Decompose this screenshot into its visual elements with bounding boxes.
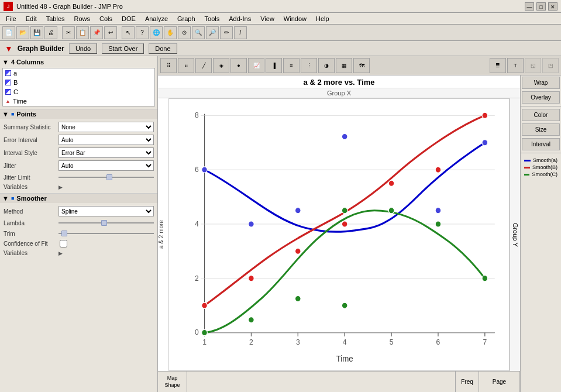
graph-title: a & 2 more vs. Time [158,75,520,88]
svg-point-37 [295,248,301,254]
color-button[interactable]: Color [522,109,560,121]
legend-label-b: Smooth(B) [532,164,557,170]
minimize-button[interactable]: — [525,2,534,11]
gb-expand-icon[interactable]: ▼ [5,44,13,53]
menu-window[interactable]: Window [279,14,311,23]
freq-cell[interactable]: Freq [456,372,479,392]
chart-opt4[interactable]: ◳ [542,58,559,73]
svg-text:7: 7 [483,338,487,346]
points-variables-arrow[interactable]: ▶ [58,184,63,190]
interval-style-select[interactable]: Error Bar [58,147,154,158]
menu-tools[interactable]: Tools [200,14,225,23]
tb-copy[interactable]: 📋 [76,26,89,39]
chart-type-toolbar: ⠿ ⠶ ╱ ◈ ● 📈 ▐ ≡ ⋮ ◑ ▦ 🗺 ≣ T ◱ ◳ [158,56,561,75]
group-x-area: Group X [158,88,520,98]
start-over-button[interactable]: Start Over [102,43,144,54]
tb-zoomin[interactable]: 🔎 [206,26,219,39]
jitter-limit-slider[interactable] [58,173,154,181]
points-header[interactable]: ▼ ■ Points [0,109,157,119]
tb-paste[interactable]: 📌 [90,26,103,39]
confidence-row: Confidence of Fit [2,239,155,249]
smoother-header[interactable]: ▼ ■ Smoother [0,194,157,203]
undo-button[interactable]: Undo [69,43,97,54]
col-item-b[interactable]: B [3,78,154,87]
col-item-c[interactable]: C [3,87,154,97]
columns-header[interactable]: ▼ 4 Columns [2,57,155,67]
done-button[interactable]: Done [149,43,177,54]
tb-lasso[interactable]: ⊙ [178,26,191,39]
lambda-slider[interactable] [58,219,154,227]
tb-help[interactable]: ? [136,26,149,39]
tb-pen[interactable]: ✏ [220,26,233,39]
maximize-button[interactable]: □ [536,2,546,11]
svg-point-42 [202,329,208,335]
menu-rows[interactable]: Rows [70,14,95,23]
map-shape-cell[interactable]: Map Shape [158,372,187,392]
menu-addins[interactable]: Add-Ins [224,14,256,23]
svg-text:2: 2 [249,338,253,346]
menu-edit[interactable]: Edit [21,14,42,23]
tb-save[interactable]: 💾 [30,26,43,39]
menu-analyze[interactable]: Analyze [140,14,173,23]
tb-arrow[interactable]: ↖ [122,26,135,39]
jitter-thumb[interactable] [106,174,112,180]
error-interval-select[interactable]: Auto [58,135,154,145]
freq-label: Freq [461,379,473,385]
wrap-button[interactable]: Wrap [522,77,560,89]
tb-zoom[interactable]: 🔍 [192,26,205,39]
chart-type-scatter[interactable]: ⠿ [160,58,177,73]
menu-file[interactable]: File [1,14,21,23]
legend-label-a: Smooth(a) [533,157,557,163]
tb-globe[interactable]: 🌐 [150,26,163,39]
interval-button[interactable]: Interval [522,138,560,150]
tb-hand[interactable]: ✋ [164,26,177,39]
chart-type-linechart[interactable]: 📈 [248,58,264,73]
chart-type-surface[interactable]: ◈ [213,58,229,73]
lambda-thumb[interactable] [101,220,107,226]
chart-type-line[interactable]: ╱ [195,58,212,73]
page-cell[interactable]: Page [479,372,520,392]
columns-list: a B C ▲ Time [2,68,155,106]
trim-thumb[interactable] [61,231,67,236]
chart-type-bar[interactable]: ▐ [266,58,282,73]
menu-view[interactable]: View [256,14,279,23]
smoother-variables-arrow[interactable]: ▶ [58,250,63,256]
menu-graph[interactable]: Graph [173,14,200,23]
jitter-select[interactable]: Auto [58,160,154,171]
trim-slider[interactable] [58,229,154,238]
method-select[interactable]: Spline [58,206,154,216]
close-button[interactable]: ✕ [548,2,557,11]
chart-type-pie[interactable]: ◑ [318,58,335,73]
chart-opt2[interactable]: T [507,58,524,73]
legend-label-c: Smooth(C) [532,171,557,177]
tb-line[interactable]: / [234,26,247,39]
menu-help[interactable]: Help [311,14,334,23]
chart-opt3[interactable]: ◱ [525,58,541,73]
size-button[interactable]: Size [522,123,560,136]
tb-undo2[interactable]: ↩ [104,26,117,39]
menu-cols[interactable]: Cols [95,14,117,23]
tb-new[interactable]: 📄 [2,26,15,39]
tb-print[interactable]: 🖨 [44,26,57,39]
chart-type-scatter2[interactable]: ⠶ [178,58,194,73]
col-item-a[interactable]: a [3,68,154,78]
overlay-button[interactable]: Overlay [522,91,560,104]
summary-statistic-select[interactable]: None [58,122,154,132]
menu-doe[interactable]: DOE [117,14,140,23]
tb-cut[interactable]: ✂ [62,26,75,39]
chart-type-range[interactable]: ≡ [283,58,300,73]
tb-open[interactable]: 📂 [16,26,29,39]
col-item-time[interactable]: ▲ Time [3,97,154,106]
chart-type-map[interactable]: 🗺 [353,58,370,73]
menu-tables[interactable]: Tables [42,14,70,23]
chart-type-ribbon[interactable]: ⋮ [301,58,317,73]
legend-line-b [524,167,530,169]
smoother-variables-label: Variables [4,250,56,256]
points-toggle: ▼ [2,111,9,118]
chart-type-bubble[interactable]: ● [230,58,247,73]
interval-style-label: Interval Style [4,150,56,156]
confidence-checkbox[interactable] [60,240,67,247]
chart-type-mosaic[interactable]: ▦ [336,58,352,73]
confidence-label: Confidence of Fit [4,240,56,247]
chart-opt1[interactable]: ≣ [490,58,506,73]
